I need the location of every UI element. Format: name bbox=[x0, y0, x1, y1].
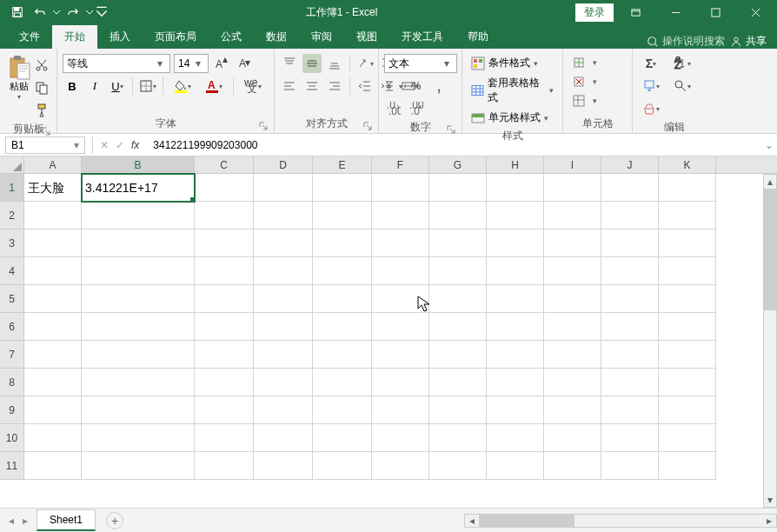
copy-icon[interactable] bbox=[32, 78, 51, 97]
cell[interactable] bbox=[254, 396, 313, 424]
cell[interactable] bbox=[601, 424, 659, 452]
cell[interactable] bbox=[195, 341, 254, 369]
fill-icon[interactable]: ▾ bbox=[638, 76, 664, 96]
cell[interactable] bbox=[254, 285, 313, 313]
bold-icon[interactable]: B bbox=[63, 76, 82, 96]
row-header[interactable]: 5 bbox=[0, 285, 24, 313]
cell[interactable] bbox=[82, 229, 195, 257]
cell[interactable] bbox=[195, 285, 254, 313]
cell[interactable] bbox=[195, 424, 254, 452]
login-button[interactable]: 登录 bbox=[575, 3, 614, 22]
cell[interactable] bbox=[313, 285, 372, 313]
redo-dropdown-icon[interactable] bbox=[85, 2, 94, 23]
percent-icon[interactable]: % bbox=[407, 76, 426, 96]
tab-nav-next-icon[interactable]: ▸ bbox=[23, 515, 28, 527]
cell[interactable] bbox=[429, 341, 487, 369]
expand-formula-bar-icon[interactable]: ⌄ bbox=[761, 139, 777, 151]
decrease-decimal-icon[interactable]: .00.0 bbox=[407, 99, 426, 118]
vscroll-thumb[interactable] bbox=[764, 189, 776, 310]
cell[interactable] bbox=[195, 313, 254, 341]
cell[interactable] bbox=[601, 313, 659, 341]
cell[interactable] bbox=[659, 202, 716, 229]
row-header[interactable]: 10 bbox=[0, 424, 24, 452]
cell[interactable] bbox=[82, 313, 195, 341]
cell[interactable] bbox=[544, 313, 601, 341]
cell[interactable] bbox=[82, 369, 195, 396]
decrease-font-icon[interactable]: A▾ bbox=[235, 54, 254, 73]
ribbon-display-icon[interactable] bbox=[617, 0, 654, 24]
cell[interactable] bbox=[544, 452, 601, 480]
align-top-icon[interactable] bbox=[280, 54, 299, 73]
cell[interactable] bbox=[372, 174, 429, 202]
cell[interactable] bbox=[487, 257, 544, 285]
tab-review[interactable]: 审阅 bbox=[299, 25, 344, 49]
align-center-icon[interactable] bbox=[302, 76, 322, 96]
column-header[interactable]: E bbox=[313, 156, 372, 173]
format-as-table-button[interactable]: 套用表格格式▾ bbox=[468, 74, 557, 107]
increase-font-icon[interactable]: A▴ bbox=[212, 54, 231, 73]
cell[interactable] bbox=[254, 202, 313, 229]
cell[interactable] bbox=[82, 341, 195, 369]
save-icon[interactable] bbox=[7, 2, 28, 23]
cell[interactable] bbox=[429, 452, 487, 480]
enter-formula-icon[interactable]: ✓ bbox=[116, 139, 124, 151]
insert-cells-button[interactable]: ▾ bbox=[568, 54, 601, 71]
scroll-left-icon[interactable]: ◂ bbox=[465, 515, 479, 527]
cell[interactable] bbox=[24, 452, 82, 480]
font-launcher-icon[interactable] bbox=[258, 121, 269, 131]
cell[interactable] bbox=[659, 313, 716, 341]
share-button[interactable]: 共享 bbox=[730, 34, 767, 49]
cell[interactable] bbox=[195, 257, 254, 285]
cell[interactable] bbox=[429, 424, 487, 452]
cell[interactable] bbox=[429, 257, 487, 285]
tab-nav-prev-icon[interactable]: ◂ bbox=[9, 515, 14, 527]
cell[interactable] bbox=[24, 229, 82, 257]
cell[interactable] bbox=[429, 396, 487, 424]
cell[interactable] bbox=[24, 369, 82, 396]
cell[interactable] bbox=[24, 285, 82, 313]
cell[interactable] bbox=[313, 257, 372, 285]
paste-button[interactable]: 粘贴 ▾ bbox=[5, 52, 32, 101]
cell[interactable] bbox=[82, 202, 195, 229]
cell[interactable] bbox=[82, 452, 195, 480]
cell[interactable] bbox=[372, 369, 429, 396]
cell[interactable] bbox=[372, 396, 429, 424]
row-header[interactable]: 7 bbox=[0, 341, 24, 369]
tab-insert[interactable]: 插入 bbox=[97, 25, 143, 49]
align-right-icon[interactable] bbox=[325, 76, 344, 96]
tab-dev[interactable]: 开发工具 bbox=[389, 25, 455, 49]
font-size-combo[interactable]: 14▾ bbox=[174, 54, 209, 73]
cell[interactable] bbox=[24, 257, 82, 285]
cell[interactable] bbox=[544, 257, 601, 285]
cell[interactable] bbox=[659, 396, 716, 424]
cell[interactable] bbox=[82, 396, 195, 424]
cell[interactable] bbox=[544, 202, 601, 229]
minimize-icon[interactable] bbox=[657, 0, 694, 24]
cell[interactable] bbox=[313, 396, 372, 424]
find-select-icon[interactable]: ▾ bbox=[669, 76, 695, 96]
underline-icon[interactable]: U▾ bbox=[108, 76, 127, 96]
cell[interactable] bbox=[487, 174, 544, 202]
row-header[interactable]: 11 bbox=[0, 452, 24, 480]
cell[interactable] bbox=[601, 452, 659, 480]
align-launcher-icon[interactable] bbox=[362, 121, 373, 131]
cell[interactable] bbox=[429, 174, 487, 202]
align-left-icon[interactable] bbox=[280, 76, 299, 96]
format-painter-icon[interactable] bbox=[32, 101, 51, 120]
cell[interactable] bbox=[313, 202, 372, 229]
cell[interactable] bbox=[254, 257, 313, 285]
tab-layout[interactable]: 页面布局 bbox=[143, 25, 209, 49]
cell[interactable] bbox=[254, 452, 313, 480]
cell[interactable]: 王大脸 bbox=[24, 174, 82, 202]
cell[interactable] bbox=[487, 396, 544, 424]
formula-input[interactable]: 341221199909203000 bbox=[146, 139, 761, 151]
font-color-icon[interactable]: A▾ bbox=[200, 76, 228, 96]
autosum-icon[interactable]: Σ▾ bbox=[638, 54, 664, 73]
cell[interactable] bbox=[544, 174, 601, 202]
number-launcher-icon[interactable] bbox=[446, 124, 456, 135]
cell[interactable] bbox=[429, 313, 487, 341]
row-header[interactable]: 3 bbox=[0, 229, 24, 257]
tab-home[interactable]: 开始 bbox=[52, 25, 97, 49]
cell[interactable] bbox=[372, 285, 429, 313]
cell[interactable] bbox=[82, 285, 195, 313]
